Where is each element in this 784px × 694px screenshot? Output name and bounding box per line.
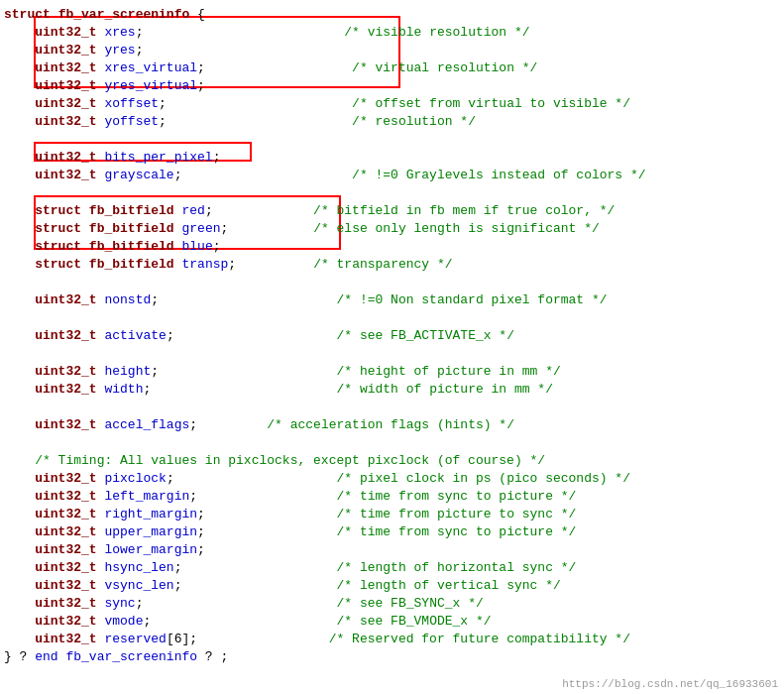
code-text: struct fb_var_screeninfo { xyxy=(4,6,780,24)
code-text: uint32_t nonstd; /* !=0 Non standard pix… xyxy=(4,291,780,309)
code-text: uint32_t upper_margin; /* time from sync… xyxy=(4,523,780,541)
code-line: uint32_t height; /* height of picture in… xyxy=(4,363,780,381)
code-text: struct fb_bitfield red; /* bitfield in f… xyxy=(4,202,780,220)
code-line: uint32_t bits_per_pixel; xyxy=(4,149,780,167)
code-text: uint32_t pixclock; /* pixel clock in ps … xyxy=(4,470,780,488)
code-line: uint32_t accel_flags; /* acceleration fl… xyxy=(4,416,780,434)
code-text: uint32_t vmode; /* see FB_VMODE_x */ xyxy=(4,613,780,631)
code-line: uint32_t yres; xyxy=(4,42,780,59)
code-line: uint32_t xres_virtual; /* virtual resolu… xyxy=(4,59,780,77)
code-line: uint32_t yoffset; /* resolution */ xyxy=(4,113,780,131)
code-text: uint32_t activate; /* see FB_ACTIVATE_x … xyxy=(4,327,780,345)
code-text: uint32_t height; /* height of picture in… xyxy=(4,363,780,381)
code-text: uint32_t reserved[6]; /* Reserved for fu… xyxy=(4,631,780,648)
code-text: uint32_t xres; /* visible resolution */ xyxy=(4,24,780,42)
code-line: struct fb_bitfield blue; xyxy=(4,238,780,256)
code-text: uint32_t right_margin; /* time from pict… xyxy=(4,506,780,523)
code-text: uint32_t left_margin; /* time from sync … xyxy=(4,488,780,506)
code-line xyxy=(4,345,780,363)
code-line: uint32_t hsync_len; /* length of horizon… xyxy=(4,559,780,577)
code-line: uint32_t upper_margin; /* time from sync… xyxy=(4,523,780,541)
code-line xyxy=(4,434,780,452)
code-line: uint32_t width; /* width of picture in m… xyxy=(4,381,780,399)
code-line: uint32_t activate; /* see FB_ACTIVATE_x … xyxy=(4,327,780,345)
code-container: struct fb_var_screeninfo { uint32_t xres… xyxy=(0,0,784,694)
code-line xyxy=(4,131,780,149)
code-line: } ? end fb_var_screeninfo ? ; xyxy=(4,648,780,666)
code-text: uint32_t accel_flags; /* acceleration fl… xyxy=(4,416,780,434)
code-text: /* Timing: All values in pixclocks, exce… xyxy=(4,452,780,470)
code-text: uint32_t xres_virtual; /* virtual resolu… xyxy=(4,59,780,77)
code-text: uint32_t yres; xyxy=(4,42,780,59)
code-text: uint32_t xoffset; /* offset from virtual… xyxy=(4,95,780,113)
code-line: /* Timing: All values in pixclocks, exce… xyxy=(4,452,780,470)
code-text: struct fb_bitfield blue; xyxy=(4,238,780,256)
code-text: uint32_t yres_virtual; xyxy=(4,77,780,95)
code-line: uint32_t xoffset; /* offset from virtual… xyxy=(4,95,780,113)
code-line: uint32_t nonstd; /* !=0 Non standard pix… xyxy=(4,291,780,309)
code-text: uint32_t sync; /* see FB_SYNC_x */ xyxy=(4,595,780,613)
code-text: uint32_t hsync_len; /* length of horizon… xyxy=(4,559,780,577)
code-line: uint32_t right_margin; /* time from pict… xyxy=(4,506,780,523)
code-line: uint32_t xres; /* visible resolution */ xyxy=(4,24,780,42)
code-line: struct fb_bitfield green; /* else only l… xyxy=(4,220,780,238)
code-line: uint32_t yres_virtual; xyxy=(4,77,780,95)
code-line: uint32_t vsync_len; /* length of vertica… xyxy=(4,577,780,595)
code-line: uint32_t grayscale; /* !=0 Graylevels in… xyxy=(4,167,780,184)
code-line xyxy=(4,309,780,327)
code-line: uint32_t vmode; /* see FB_VMODE_x */ xyxy=(4,613,780,631)
code-line xyxy=(4,184,780,202)
code-line: uint32_t left_margin; /* time from sync … xyxy=(4,488,780,506)
code-text: uint32_t grayscale; /* !=0 Graylevels in… xyxy=(4,167,780,184)
code-text: uint32_t lower_margin; xyxy=(4,541,780,559)
code-line: uint32_t lower_margin; xyxy=(4,541,780,559)
code-text: uint32_t bits_per_pixel; xyxy=(4,149,780,167)
code-text: } ? end fb_var_screeninfo ? ; xyxy=(4,648,780,666)
code-line: struct fb_var_screeninfo { xyxy=(4,6,780,24)
code-text: struct fb_bitfield transp; /* transparen… xyxy=(4,256,780,274)
code-line xyxy=(4,274,780,291)
code-text: struct fb_bitfield green; /* else only l… xyxy=(4,220,780,238)
code-line: struct fb_bitfield red; /* bitfield in f… xyxy=(4,202,780,220)
code-line: struct fb_bitfield transp; /* transparen… xyxy=(4,256,780,274)
code-lines: struct fb_var_screeninfo { uint32_t xres… xyxy=(4,6,780,666)
code-line: uint32_t reserved[6]; /* Reserved for fu… xyxy=(4,631,780,648)
code-text: uint32_t yoffset; /* resolution */ xyxy=(4,113,780,131)
code-text: uint32_t vsync_len; /* length of vertica… xyxy=(4,577,780,595)
code-line xyxy=(4,399,780,416)
code-line: uint32_t sync; /* see FB_SYNC_x */ xyxy=(4,595,780,613)
code-line: uint32_t pixclock; /* pixel clock in ps … xyxy=(4,470,780,488)
watermark: https://blog.csdn.net/qq_16933601 xyxy=(562,678,778,690)
code-text: uint32_t width; /* width of picture in m… xyxy=(4,381,780,399)
